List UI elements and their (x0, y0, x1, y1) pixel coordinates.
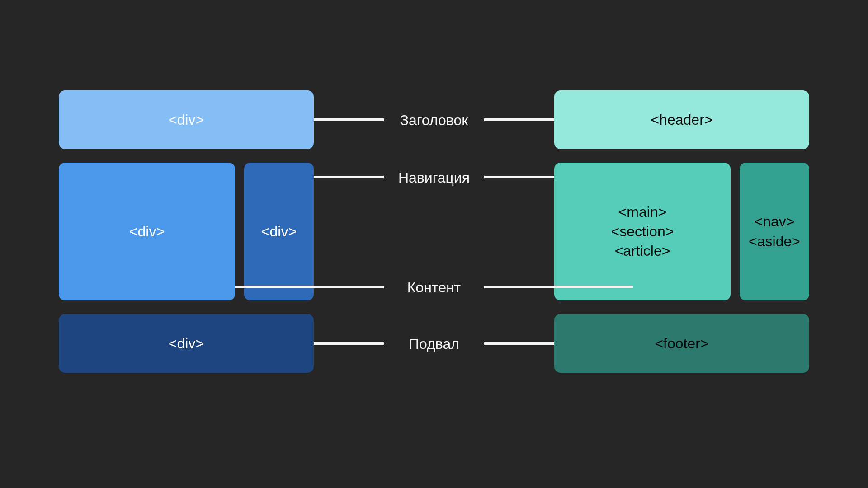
connector-line (314, 342, 384, 345)
right-footer-label: <footer> (655, 335, 708, 352)
connector-line (314, 176, 384, 178)
right-nav-box: <nav> <aside> (740, 163, 809, 300)
connector-line (484, 286, 633, 288)
right-content-label-article: <article> (615, 241, 670, 261)
right-header-box: <header> (554, 90, 809, 149)
left-nav-box: <div> (244, 163, 314, 300)
connector-line (484, 118, 554, 121)
left-content-box: <div> (59, 163, 235, 300)
left-content-label: <div> (129, 223, 165, 240)
label-nav: Навигация (393, 169, 475, 186)
right-nav-label-nav: <nav> (755, 212, 795, 231)
connector-line (235, 286, 384, 288)
semantic-html-diagram: <div> <div> <div> <div> <header> <main> … (59, 90, 809, 398)
connector-line (484, 342, 554, 345)
right-content-label-section: <section> (611, 222, 674, 241)
right-header-label: <header> (651, 112, 712, 128)
right-footer-box: <footer> (554, 314, 809, 373)
label-content: Контент (393, 279, 475, 296)
connector-line (484, 176, 554, 178)
label-header: Заголовок (393, 112, 475, 129)
left-header-label: <div> (169, 112, 204, 128)
left-footer-label: <div> (169, 335, 204, 352)
right-content-box: <main> <section> <article> (554, 163, 731, 300)
left-header-box: <div> (59, 90, 314, 149)
right-content-label-main: <main> (618, 202, 667, 222)
right-nav-label-aside: <aside> (749, 232, 800, 251)
label-footer: Подвал (393, 336, 475, 352)
left-nav-label: <div> (261, 223, 297, 240)
left-footer-box: <div> (59, 314, 314, 373)
connector-line (314, 118, 384, 121)
